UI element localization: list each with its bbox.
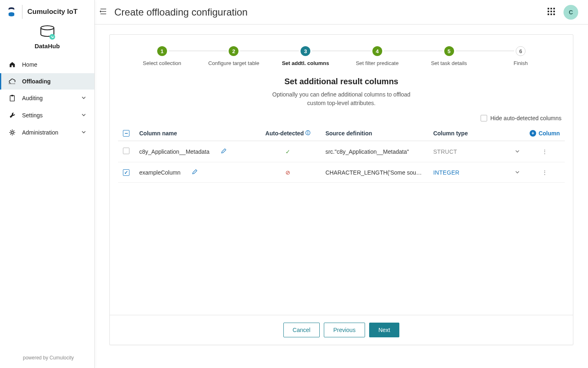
step-6[interactable]: 6 Finish bbox=[485, 46, 557, 66]
wizard-footer: Cancel Previous Next bbox=[110, 315, 573, 345]
sidebar-item-label: Settings bbox=[22, 112, 43, 119]
help-icon[interactable]: ⓘ bbox=[305, 130, 310, 137]
step-3[interactable]: 3 Set addtl. columns bbox=[270, 46, 341, 66]
sidebar-item-home[interactable]: Home bbox=[0, 56, 94, 73]
step-2[interactable]: 2 Configure target table bbox=[198, 46, 270, 66]
svg-point-5 bbox=[11, 131, 13, 133]
no-entry-icon: ⊘ bbox=[285, 169, 290, 176]
step-bubble: 5 bbox=[444, 46, 454, 56]
svg-rect-7 bbox=[550, 8, 552, 9]
select-all-checkbox[interactable]: − bbox=[123, 130, 129, 137]
clipboard-icon bbox=[8, 94, 16, 102]
sidebar-item-administration[interactable]: Administration bbox=[0, 124, 94, 141]
svg-rect-3 bbox=[10, 96, 15, 101]
content: 1 Select collection 2 Configure target t… bbox=[95, 25, 588, 368]
sidebar-item-label: Home bbox=[22, 61, 37, 68]
home-icon bbox=[8, 61, 16, 68]
th-column-name: Column name bbox=[134, 126, 255, 141]
source-definition-value: src."c8y_Application__Metadata" bbox=[325, 148, 423, 155]
module-name: DataHub bbox=[0, 43, 94, 49]
step-label: Set filter predicate bbox=[341, 60, 413, 66]
plus-icon: + bbox=[530, 130, 536, 137]
row-menu-button[interactable]: ⋮ bbox=[542, 148, 548, 155]
step-5[interactable]: 5 Set task details bbox=[413, 46, 485, 66]
step-label: Configure target table bbox=[198, 60, 270, 66]
section-desc-line: custom top-level attributes. bbox=[307, 100, 375, 106]
svg-rect-6 bbox=[548, 8, 549, 9]
step-4[interactable]: 4 Set filter predicate bbox=[341, 46, 413, 66]
sidebar-item-label: Administration bbox=[22, 129, 58, 136]
row-menu-button[interactable]: ⋮ bbox=[542, 169, 548, 176]
expand-row-button[interactable] bbox=[515, 148, 520, 155]
checkbox-icon bbox=[481, 115, 487, 121]
th-source-definition: Source definition bbox=[321, 126, 428, 141]
sidebar-item-label: Auditing bbox=[22, 95, 43, 101]
table-row: c8y_Application__Metadata ✓ src."c8y_App… bbox=[118, 141, 565, 162]
svg-rect-13 bbox=[550, 13, 552, 15]
svg-rect-14 bbox=[553, 13, 555, 15]
edit-icon[interactable] bbox=[221, 148, 227, 155]
svg-rect-8 bbox=[553, 8, 555, 9]
checkbox-label: Hide auto-detected columns bbox=[490, 115, 561, 121]
cancel-button[interactable]: Cancel bbox=[283, 323, 320, 337]
section-description: Optionally you can define additional col… bbox=[110, 90, 573, 108]
th-column-type: Column type bbox=[428, 126, 510, 141]
svg-rect-12 bbox=[548, 13, 549, 15]
nav-list: Home Offloading Auditing Settings Admini… bbox=[0, 56, 94, 141]
section-desc-line: Optionally you can define additional col… bbox=[272, 91, 410, 98]
columns-table: − Column name Auto-detected ⓘ Source def… bbox=[118, 126, 565, 183]
svg-point-0 bbox=[41, 26, 54, 30]
sidebar-item-label: Offloading bbox=[22, 78, 51, 85]
step-label: Finish bbox=[485, 60, 557, 66]
avatar[interactable]: C bbox=[564, 5, 578, 20]
expand-row-button[interactable] bbox=[515, 169, 520, 176]
row-checkbox[interactable] bbox=[123, 148, 129, 154]
check-icon: ✓ bbox=[285, 148, 290, 155]
source-definition-value: CHARACTER_LENGTH('Some sour… bbox=[325, 169, 423, 176]
step-label: Select collection bbox=[126, 60, 198, 66]
svg-rect-9 bbox=[548, 11, 549, 12]
sidebar: Cumulocity IoT DataHub Home Offloading A… bbox=[0, 0, 95, 368]
main: Create offloading configuration C 1 Sele… bbox=[95, 0, 588, 368]
next-button[interactable]: Next bbox=[369, 323, 400, 337]
topbar: Create offloading configuration C bbox=[95, 0, 588, 25]
column-type-value: STRUCT bbox=[433, 148, 457, 155]
section-title: Set additional result columns bbox=[110, 77, 573, 86]
svg-point-1 bbox=[49, 34, 55, 40]
step-1[interactable]: 1 Select collection bbox=[126, 46, 198, 66]
module-block: DataHub bbox=[0, 21, 94, 54]
table-controls: Hide auto-detected columns bbox=[110, 108, 573, 126]
chevron-down-icon bbox=[81, 129, 86, 136]
sidebar-footer: powered by Cumulocity bbox=[0, 349, 94, 368]
svg-rect-4 bbox=[11, 95, 13, 96]
cloud-icon bbox=[8, 78, 16, 85]
collapse-sidebar-button[interactable] bbox=[100, 8, 108, 16]
brand-logo-icon bbox=[6, 6, 17, 18]
brand-row: Cumulocity IoT bbox=[0, 0, 94, 21]
edit-icon[interactable] bbox=[192, 169, 198, 176]
step-bubble: 1 bbox=[157, 46, 167, 56]
sidebar-item-auditing[interactable]: Auditing bbox=[0, 90, 94, 107]
column-name-value: c8y_Application__Metadata bbox=[139, 148, 209, 155]
row-checkbox[interactable] bbox=[123, 169, 129, 176]
gear-icon bbox=[8, 129, 16, 136]
step-bubble: 3 bbox=[301, 46, 310, 56]
page-title: Create offloading configuration bbox=[114, 7, 247, 18]
hide-auto-detected-checkbox[interactable]: Hide auto-detected columns bbox=[481, 115, 561, 121]
step-label: Set task details bbox=[413, 60, 485, 66]
previous-button[interactable]: Previous bbox=[324, 323, 365, 337]
step-bubble: 6 bbox=[516, 46, 526, 56]
brand-product: Cumulocity IoT bbox=[27, 8, 78, 16]
app-switcher-button[interactable] bbox=[546, 6, 557, 18]
table-row: exampleColumn ⊘ CHARACTER_LENGTH('Some s… bbox=[118, 162, 565, 183]
add-column-button[interactable]: + Column bbox=[530, 130, 560, 137]
chevron-down-icon bbox=[81, 95, 86, 101]
chevron-down-icon bbox=[81, 112, 86, 119]
step-label: Set addtl. columns bbox=[270, 60, 341, 66]
column-name-value: exampleColumn bbox=[139, 169, 180, 176]
sidebar-item-offloading[interactable]: Offloading bbox=[0, 73, 94, 90]
sidebar-item-settings[interactable]: Settings bbox=[0, 107, 94, 124]
svg-rect-11 bbox=[553, 11, 555, 12]
column-type-value: INTEGER bbox=[433, 169, 459, 176]
stepper: 1 Select collection 2 Configure target t… bbox=[110, 35, 573, 70]
